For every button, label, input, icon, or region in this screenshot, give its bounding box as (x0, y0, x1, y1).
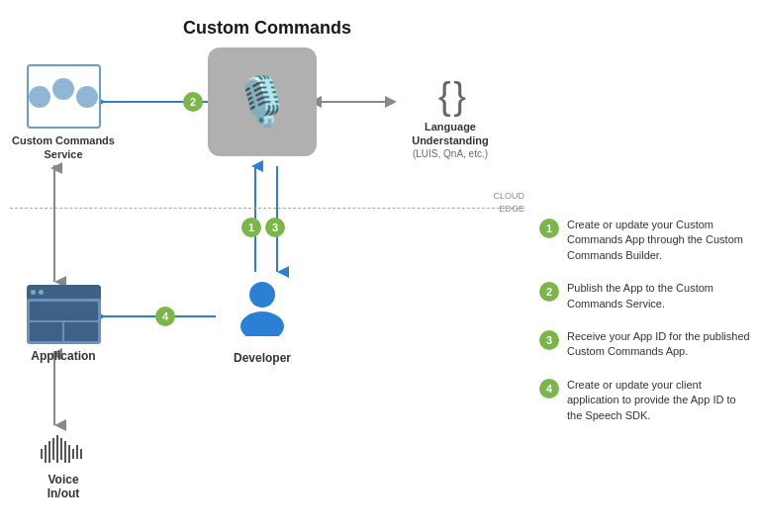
diagram-area: Custom Commands (0, 0, 534, 532)
app-node: Application (9, 285, 118, 363)
svg-rect-22 (76, 445, 78, 459)
svg-rect-23 (80, 449, 82, 459)
dev-icon (236, 277, 290, 348)
legend-item-4: 4 Create or update your client applicati… (539, 378, 752, 423)
badge-3: 3 (265, 218, 285, 237)
svg-rect-16 (52, 438, 54, 460)
app-icon (27, 285, 101, 344)
svg-rect-15 (48, 441, 50, 463)
lu-label: LanguageUnderstanding (412, 120, 489, 148)
svg-rect-19 (64, 441, 66, 463)
badge-1: 1 (241, 218, 261, 237)
legend-badge-2: 2 (539, 282, 559, 302)
ccs-node: Custom Commands Service (9, 64, 118, 162)
svg-rect-14 (45, 445, 47, 463)
lu-icon: { } (438, 77, 462, 115)
voice-icon (39, 435, 88, 470)
legend-text-3: Receive your App ID for the published Cu… (567, 329, 752, 360)
cloud-edge-divider (10, 208, 524, 209)
legend-item-1: 1 Create or update your Custom Commands … (539, 218, 752, 263)
svg-rect-18 (60, 438, 62, 460)
mic-icon: 🎙️ (233, 74, 292, 130)
legend-text-4: Create or update your client application… (567, 378, 752, 423)
edge-label: EDGE (493, 203, 524, 216)
svg-point-11 (249, 282, 275, 308)
ccs-circle-2 (52, 78, 74, 100)
legend-area: 1 Create or update your Custom Commands … (539, 218, 752, 441)
ccs-circle-1 (29, 86, 50, 108)
voice-node: VoiceIn/out (9, 435, 118, 500)
app-label: Application (31, 349, 95, 363)
dev-label: Developer (234, 351, 291, 365)
svg-rect-13 (41, 449, 43, 459)
legend-badge-4: 4 (539, 379, 559, 399)
lu-node: { } LanguageUnderstanding (LUIS, QnA, et… (391, 77, 510, 159)
legend-badge-1: 1 (539, 219, 559, 238)
dev-node: Developer (218, 277, 307, 365)
legend-item-2: 2 Publish the App to the Custom Commands… (539, 281, 752, 311)
badge-4: 4 (155, 307, 175, 326)
legend-badge-3: 3 (539, 330, 559, 350)
cloud-edge-label: CLOUD EDGE (493, 190, 524, 215)
mic-node: 🎙️ (208, 47, 317, 156)
svg-rect-17 (56, 435, 58, 463)
ccs-icon (27, 64, 101, 129)
legend-text-1: Create or update your Custom Commands Ap… (567, 218, 752, 263)
legend-text-2: Publish the App to the Custom Commands S… (567, 281, 752, 311)
svg-rect-20 (68, 445, 70, 463)
cloud-label: CLOUD (493, 190, 524, 203)
voice-label: VoiceIn/out (48, 473, 80, 500)
svg-point-12 (240, 311, 284, 336)
svg-rect-21 (72, 449, 74, 459)
ccs-circle-3 (76, 86, 98, 108)
ccs-label: Custom Commands Service (9, 133, 118, 162)
badge-2: 2 (183, 92, 203, 112)
legend-item-3: 3 Receive your App ID for the published … (539, 329, 752, 360)
page-title: Custom Commands (0, 18, 534, 39)
lu-sublabel: (LUIS, QnA, etc.) (413, 148, 488, 159)
